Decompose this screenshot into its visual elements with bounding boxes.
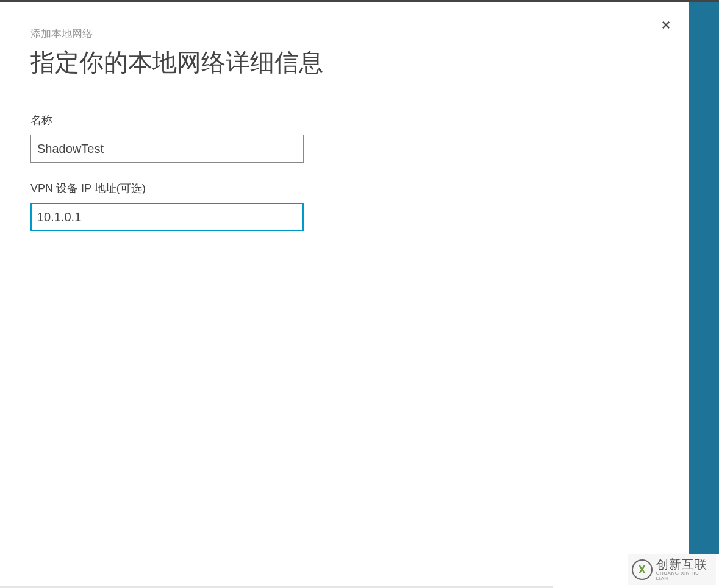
close-button[interactable]: × xyxy=(659,18,673,32)
vpn-ip-input[interactable] xyxy=(30,203,304,231)
form-group-vpn-ip: VPN 设备 IP 地址(可选) xyxy=(30,181,658,231)
watermark-logo-icon: X xyxy=(632,559,653,580)
name-input[interactable] xyxy=(30,135,304,163)
watermark-sub-text: CHUANG XIN HU LIAN xyxy=(656,571,712,582)
page-title: 指定你的本地网络详细信息 xyxy=(30,46,658,79)
vpn-ip-label: VPN 设备 IP 地址(可选) xyxy=(30,181,658,196)
modal-container: × 添加本地网络 指定你的本地网络详细信息 名称 VPN 设备 IP 地址(可选… xyxy=(0,2,689,588)
watermark: X 创新互联 CHUANG XIN HU LIAN xyxy=(628,554,716,585)
watermark-main-text: 创新互联 xyxy=(656,558,712,571)
form-group-name: 名称 xyxy=(30,113,658,163)
breadcrumb: 添加本地网络 xyxy=(30,27,658,41)
right-panel xyxy=(689,2,719,554)
watermark-text: 创新互联 CHUANG XIN HU LIAN xyxy=(656,558,712,582)
name-label: 名称 xyxy=(30,113,658,127)
